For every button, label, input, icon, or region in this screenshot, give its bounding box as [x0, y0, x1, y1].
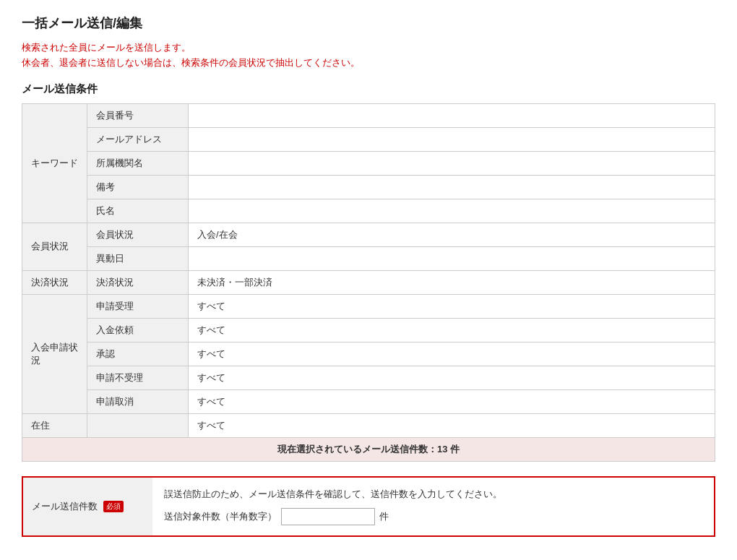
section-title: メール送信条件 — [22, 82, 715, 96]
label-affiliation: 所属機関名 — [87, 151, 189, 175]
label-application-received: 申請受理 — [87, 294, 189, 318]
table-row: 入会申請状況 申請受理 すべて — [22, 294, 715, 318]
group-keyword: キーワード — [22, 103, 87, 223]
value-payment-status: 未決済・一部決済 — [189, 270, 715, 294]
mail-count-label: メール送信件数 — [32, 501, 98, 512]
label-application-cancelled: 申請取消 — [87, 389, 189, 413]
value-member-number — [189, 103, 715, 127]
mail-count-row: メール送信件数 必須 誤送信防止のため、メール送信条件を確認して、送信件数を入力… — [22, 477, 715, 536]
table-row: 備考 — [22, 175, 715, 199]
value-payment-request: すべて — [189, 318, 715, 342]
group-payment-status: 決済状況 — [22, 270, 87, 294]
table-row: メールアドレス — [22, 127, 715, 151]
table-row: 在住 すべて — [22, 413, 715, 437]
notice-block: 検索された全員にメールを送信します。 休会者、退会者に送信しない場合は、検索条件… — [22, 40, 715, 71]
summary-text: 現在選択されているメール送信件数：13 件 — [22, 437, 715, 461]
label-payment-status: 決済状況 — [87, 270, 189, 294]
group-application-status: 入会申請状況 — [22, 294, 87, 413]
value-affiliation — [189, 151, 715, 175]
value-application-received: すべて — [189, 294, 715, 318]
value-approval: すべて — [189, 342, 715, 366]
notice-line2: 休会者、退会者に送信しない場合は、検索条件の会員状況で抽出してください。 — [22, 56, 715, 71]
required-badge: 必須 — [103, 501, 124, 512]
count-input-suffix: 件 — [379, 510, 389, 523]
value-application-rejected: すべて — [189, 366, 715, 389]
mail-count-table: メール送信件数 必須 誤送信防止のため、メール送信条件を確認して、送信件数を入力… — [22, 476, 715, 537]
value-application-cancelled: すべて — [189, 389, 715, 413]
table-row: 氏名 — [22, 199, 715, 223]
table-row: キーワード 会員番号 — [22, 103, 715, 127]
table-row: 異動日 — [22, 246, 715, 270]
group-member-status: 会員状況 — [22, 223, 87, 270]
value-transfer-date — [189, 246, 715, 270]
label-member-number: 会員番号 — [87, 103, 189, 127]
value-email — [189, 127, 715, 151]
count-input-row: 送信対象件数（半角数字） 件 — [164, 508, 702, 525]
label-name: 氏名 — [87, 199, 189, 223]
group-residence: 在住 — [22, 413, 87, 437]
label-payment-request: 入金依頼 — [87, 318, 189, 342]
count-input[interactable] — [281, 508, 375, 525]
mail-count-value-cell: 誤送信防止のため、メール送信条件を確認して、送信件数を入力してください。 送信対… — [152, 477, 715, 536]
value-notes — [189, 175, 715, 199]
table-row: 入金依頼 すべて — [22, 318, 715, 342]
table-row: 決済状況 決済状況 未決済・一部決済 — [22, 270, 715, 294]
value-member-status: 入会/在会 — [189, 223, 715, 246]
notice-line1: 検索された全員にメールを送信します。 — [22, 40, 715, 56]
table-row: 申請不受理 すべて — [22, 366, 715, 389]
label-notes: 備考 — [87, 175, 189, 199]
table-row: 申請取消 すべて — [22, 389, 715, 413]
table-row: 承認 すべて — [22, 342, 715, 366]
summary-row: 現在選択されているメール送信件数：13 件 — [22, 437, 715, 461]
label-residence — [87, 413, 189, 437]
value-residence: すべて — [189, 413, 715, 437]
conditions-table: キーワード 会員番号 メールアドレス 所属機関名 備考 氏名 会員状況 会員状況… — [22, 103, 715, 462]
label-approval: 承認 — [87, 342, 189, 366]
value-name — [189, 199, 715, 223]
table-row: 所属機関名 — [22, 151, 715, 175]
label-email: メールアドレス — [87, 127, 189, 151]
page-title: 一括メール送信/編集 — [22, 14, 715, 32]
count-input-label: 送信対象件数（半角数字） — [164, 510, 277, 523]
table-row: 会員状況 会員状況 入会/在会 — [22, 223, 715, 246]
label-transfer-date: 異動日 — [87, 246, 189, 270]
label-member-status: 会員状況 — [87, 223, 189, 246]
mail-count-label-cell: メール送信件数 必須 — [22, 477, 152, 536]
label-application-rejected: 申請不受理 — [87, 366, 189, 389]
mail-count-description: 誤送信防止のため、メール送信条件を確認して、送信件数を入力してください。 — [164, 488, 702, 501]
